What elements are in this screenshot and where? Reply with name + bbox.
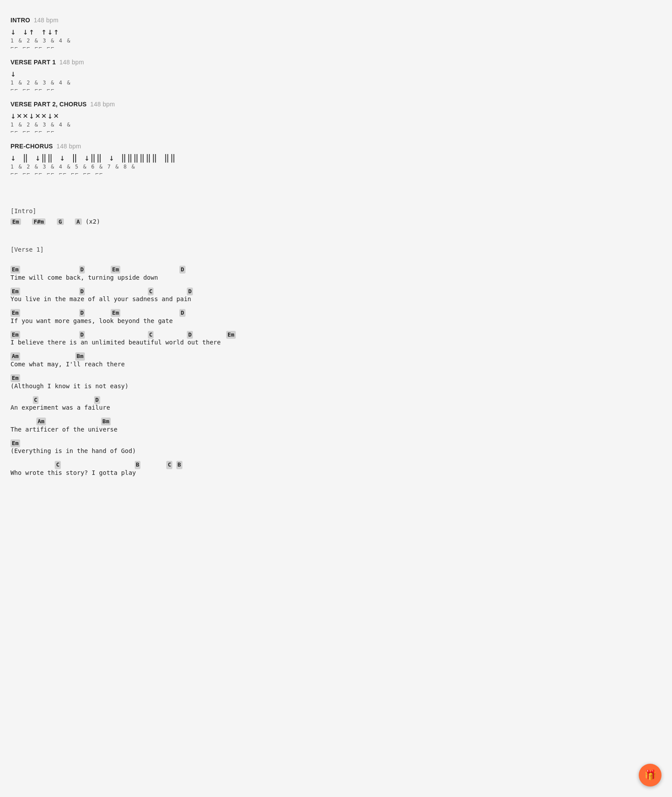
intro-strumming: ↓ ↓↑ ↑↓↑ <box>10 26 427 37</box>
verse-part1-title: VERSE PART 1 148 bpm <box>10 59 427 66</box>
chord-row-1: Em D Em D <box>10 265 427 274</box>
verse-part1-beat-lines: ⌐⌐ ⌐⌐ ⌐⌐ ⌐⌐ <box>10 87 427 93</box>
chord-fsharp-intro: F#m <box>32 218 46 225</box>
verse-part1-bpm: 148 bpm <box>60 59 84 66</box>
chord-d-4b: D <box>187 331 193 339</box>
spacer1 <box>10 181 427 190</box>
chord-em-2: Em <box>10 288 20 295</box>
chord-d-7: D <box>94 396 100 404</box>
chord-c-10b: C <box>166 461 172 469</box>
lyric-6: (Although I know it is not easy) <box>10 383 427 390</box>
spacer4 <box>10 256 427 265</box>
chord-block-7: C D An experiment was a failure <box>10 396 427 411</box>
verse-part2-beat-lines: ⌐⌐ ⌐⌐ ⌐⌐ ⌐⌐ <box>10 129 427 135</box>
lyric-8: The artificer of the universe <box>10 426 427 433</box>
chord-row-10: C B C B <box>10 460 427 469</box>
intro-section: INTRO 148 bpm ↓ ↓↑ ↑↓↑ 1 & 2 & 3 & 4 & ⌐… <box>10 17 427 51</box>
chord-bm-5: Bm <box>75 352 85 360</box>
verse-part1-beats: 1 & 2 & 3 & 4 & <box>10 80 427 86</box>
chord-row-3: Em D Em D <box>10 309 427 317</box>
pre-chorus-title: PRE-CHORUS 148 bpm <box>10 143 427 150</box>
lyric-3: If you want more games, look beyond the … <box>10 317 427 324</box>
chord-d-1a: D <box>79 266 85 274</box>
intro-title: INTRO 148 bpm <box>10 17 427 24</box>
chord-block-3: Em D Em D If you want more games, look b… <box>10 309 427 324</box>
chord-b-10a: B <box>135 461 141 469</box>
lyric-10: Who wrote this story? I gotta play <box>10 469 427 476</box>
chord-block-2: Em D C D You live in the maze of all you… <box>10 287 427 303</box>
pre-chorus-strumming: ↓ ‖ ↓‖‖ ↓ ‖ ↓‖‖ ↓ ‖‖‖‖‖‖ ‖‖ <box>10 152 427 163</box>
chord-block-10: C B C B Who wrote this story? I gotta pl… <box>10 460 427 476</box>
lyric-5: Come what may, I'll reach there <box>10 361 427 368</box>
chord-em-1b: Em <box>111 266 120 274</box>
chord-row-6: Em <box>10 374 427 383</box>
chord-em-intro: Em <box>10 218 21 225</box>
chord-row-5: Am Bm <box>10 352 427 361</box>
chord-d-3b: D <box>179 309 186 317</box>
chord-bm-8: Bm <box>101 418 111 425</box>
intro-bpm: 148 bpm <box>34 17 58 24</box>
verse-part2-strumming: ↓××↓××↓× <box>10 110 427 121</box>
chord-block-6: Em (Although I know it is not easy) <box>10 374 427 390</box>
chord-block-1: Em D Em D Time will come back, turning u… <box>10 265 427 281</box>
verse-part2-section: VERSE PART 2, CHORUS 148 bpm ↓××↓××↓× 1 … <box>10 101 427 135</box>
chord-c-10: C <box>55 461 61 469</box>
chord-em-1a: Em <box>10 266 20 274</box>
chord-em-6: Em <box>10 374 20 382</box>
chord-em-9: Em <box>10 439 20 447</box>
chord-am-8: Am <box>36 418 46 425</box>
chord-row-2: Em D C D <box>10 287 427 296</box>
chord-row-4: Em D C D Em <box>10 330 427 339</box>
chord-row-8: Am Bm <box>10 417 427 426</box>
chord-em-3a: Em <box>10 309 20 317</box>
spacer3 <box>10 228 427 237</box>
chord-c-2: C <box>148 288 154 295</box>
intro-beat-lines: ⌐⌐ ⌐⌐ ⌐⌐ ⌐⌐ <box>10 45 427 51</box>
chord-row-9: Em <box>10 439 427 448</box>
chord-b-10b: B <box>176 461 182 469</box>
chord-block-4: Em D C D Em I believe there is an unlimi… <box>10 330 427 346</box>
lyric-4: I believe there is an unlimited beautifu… <box>10 339 427 346</box>
lyric-9: (Everything is in the hand of God) <box>10 447 427 454</box>
lyric-7: An experiment was a failure <box>10 404 427 411</box>
chord-em-3b: Em <box>111 309 120 317</box>
intro-chord-line: Em F#m G A (x2) <box>10 218 427 225</box>
verse-part1-section: VERSE PART 1 148 bpm ↓ 1 & 2 & 3 & 4 & ⌐… <box>10 59 427 93</box>
pre-chorus-beat-lines: ⌐⌐ ⌐⌐ ⌐⌐ ⌐⌐ ⌐⌐ ⌐⌐ ⌐⌐ ⌐⌐ <box>10 171 427 177</box>
chord-block-5: Am Bm Come what may, I'll reach there <box>10 352 427 368</box>
chord-d-4: D <box>79 331 85 339</box>
spacer2 <box>10 190 427 199</box>
chord-c-7: C <box>33 396 39 404</box>
lyric-2: You live in the maze of all your sadness… <box>10 295 427 302</box>
chord-row-7: C D <box>10 396 427 404</box>
pre-chorus-section: PRE-CHORUS 148 bpm ↓ ‖ ↓‖‖ ↓ ‖ ↓‖‖ ↓ ‖‖‖… <box>10 143 427 177</box>
chord-d-3a: D <box>79 309 85 317</box>
chord-em-4: Em <box>10 331 20 339</box>
verse-part2-beats: 1 & 2 & 3 & 4 & <box>10 122 427 128</box>
chord-d-1b: D <box>179 266 186 274</box>
verse-part2-bpm: 148 bpm <box>90 101 115 108</box>
pre-chorus-beats: 1 & 2 & 3 & 4 & 5 & 6 & 7 & 8 & <box>10 164 427 170</box>
chord-block-8: Am Bm The artificer of the universe <box>10 417 427 433</box>
chord-c-4: C <box>148 331 154 339</box>
verse-part2-title: VERSE PART 2, CHORUS 148 bpm <box>10 101 427 108</box>
chord-block-9: Em (Everything is in the hand of God) <box>10 439 427 455</box>
intro-label: [Intro] <box>10 207 427 214</box>
chord-em-4b: Em <box>226 331 236 339</box>
chord-am-5: Am <box>10 352 20 360</box>
chord-a-intro: A <box>75 218 82 225</box>
chord-g-intro: G <box>57 218 64 225</box>
intro-beats: 1 & 2 & 3 & 4 & <box>10 38 427 44</box>
lyric-1: Time will come back, turning upside down <box>10 274 427 281</box>
verse-part1-strumming: ↓ <box>10 68 427 79</box>
intro-repeat: (x2) <box>85 218 100 225</box>
pre-chorus-bpm: 148 bpm <box>56 143 81 150</box>
chord-d-2: D <box>79 288 85 295</box>
chord-d-2b: D <box>187 288 193 295</box>
verse1-label: [Verse 1] <box>10 246 427 253</box>
